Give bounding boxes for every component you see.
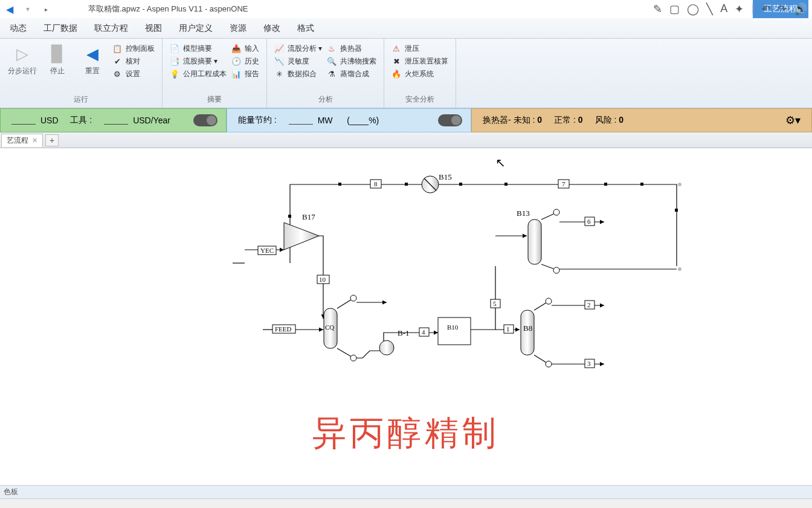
- group-label: 摘要: [170, 93, 259, 106]
- menu-item[interactable]: 格式: [297, 23, 314, 34]
- svg-text:10: 10: [319, 276, 326, 283]
- close-tab-icon[interactable]: ✕: [32, 137, 37, 145]
- svg-text:B15: B15: [439, 172, 452, 181]
- canvas-caption: 异丙醇精制: [312, 411, 500, 457]
- svg-text:8: 8: [374, 180, 378, 187]
- svg-rect-4: [504, 183, 507, 186]
- svg-point-64: [553, 267, 559, 273]
- svg-text:2: 2: [587, 301, 591, 308]
- stop-button[interactable]: ▉停止: [42, 41, 72, 76]
- block-b17[interactable]: B17: [284, 212, 319, 250]
- energy-toggle[interactable]: [438, 114, 462, 126]
- line-icon[interactable]: ╲: [706, 2, 713, 16]
- edit-icon[interactable]: ✎: [653, 2, 662, 16]
- svg-text:3: 3: [587, 360, 591, 367]
- energy-strip: 能量节约 : MW (____%): [227, 108, 471, 132]
- svg-text:4: 4: [422, 328, 425, 336]
- add-tab-button[interactable]: +: [45, 134, 59, 146]
- step-run-button[interactable]: ▷分步运行: [7, 41, 37, 76]
- svg-rect-59: [528, 220, 541, 264]
- undo-icon[interactable]: ↶: [761, 2, 770, 16]
- redo-icon[interactable]: ↷: [778, 2, 787, 16]
- stream-summary-button[interactable]: 📑流股摘要 ▾: [170, 56, 227, 67]
- nav-fwd-icon[interactable]: ▾: [22, 3, 34, 15]
- block-b15[interactable]: B15: [422, 172, 452, 193]
- heat-exchanger-button[interactable]: ♨换热器: [327, 44, 376, 54]
- text-icon[interactable]: A: [720, 2, 727, 16]
- relief-check-button[interactable]: ✖泄压装置核算: [392, 56, 448, 67]
- svg-rect-7: [675, 209, 678, 212]
- report-button[interactable]: 📊报告: [231, 69, 259, 79]
- menu-item[interactable]: 工厂数据: [44, 23, 77, 34]
- doc-tab[interactable]: 艺流程✕: [1, 134, 43, 147]
- group-label: 分析: [274, 93, 376, 106]
- svg-rect-5: [604, 183, 607, 186]
- menu-item[interactable]: 联立方程: [94, 23, 128, 34]
- cost-strip: USD 工具 : USD/Year: [0, 108, 227, 132]
- svg-line-50: [534, 355, 547, 363]
- svg-marker-15: [284, 223, 319, 250]
- sensitivity-button[interactable]: 📉灵敏度: [274, 56, 322, 67]
- reset-button[interactable]: ◀重置: [77, 41, 108, 76]
- svg-text:YEC: YEC: [260, 247, 274, 254]
- check-button[interactable]: ✔核对: [112, 56, 155, 67]
- svg-text:5: 5: [493, 300, 497, 307]
- svg-line-63: [541, 264, 555, 269]
- svg-point-62: [553, 209, 559, 215]
- distill-synth-button[interactable]: ⚗蒸馏合成: [327, 69, 376, 79]
- flowsheet-canvas[interactable]: ↖ 8 7 B15 B17: [0, 148, 812, 493]
- svg-line-61: [541, 213, 555, 220]
- flare-button[interactable]: 🔥火炬系统: [392, 69, 448, 79]
- sound-icon[interactable]: 🔊: [794, 2, 807, 16]
- settings-button[interactable]: ⚙设置: [112, 69, 155, 79]
- svg-text:B8: B8: [523, 324, 532, 333]
- data-fit-button[interactable]: ✳数据拟合: [274, 69, 322, 79]
- svg-rect-0: [288, 215, 291, 218]
- svg-line-48: [534, 302, 547, 310]
- svg-rect-2: [405, 183, 408, 186]
- menu-item[interactable]: 资源: [230, 23, 246, 34]
- menu-item[interactable]: 动态: [10, 23, 27, 34]
- svg-text:FEED: FEED: [275, 325, 292, 333]
- group-label: 安全分析: [392, 93, 448, 106]
- menu-item[interactable]: 修改: [263, 23, 280, 34]
- cost-toggle[interactable]: [193, 114, 218, 126]
- stream-analysis-button[interactable]: 📈流股分析 ▾: [274, 44, 322, 54]
- qat-icon[interactable]: ▸: [40, 3, 52, 15]
- nav-back-icon[interactable]: ◀: [4, 3, 16, 15]
- svg-text:B10: B10: [447, 324, 459, 331]
- block-b13[interactable]: B13: [517, 209, 559, 273]
- utility-cost-button[interactable]: 💡公用工程成本: [170, 69, 227, 79]
- svg-point-30: [350, 295, 356, 301]
- status-strips: USD 工具 : USD/Year 能量节约 : MW (____%) 换热器-…: [0, 108, 812, 132]
- wand-icon[interactable]: ✦: [735, 2, 744, 16]
- history-button[interactable]: 🕑历史: [231, 56, 259, 67]
- palette-bar[interactable]: 色板: [0, 485, 812, 498]
- menu-item[interactable]: 视图: [145, 23, 162, 34]
- hx-settings-icon[interactable]: ⚙▾: [785, 114, 801, 127]
- relief-button[interactable]: ⚠泄压: [392, 44, 448, 54]
- svg-point-70: [678, 267, 682, 271]
- svg-text:7: 7: [562, 180, 566, 187]
- square-icon[interactable]: ▢: [669, 2, 680, 16]
- control-panel-button[interactable]: 📋控制面板: [112, 44, 155, 54]
- svg-point-34: [379, 340, 394, 355]
- block-b8[interactable]: B8: [521, 298, 552, 367]
- azeotrope-button[interactable]: 🔍共沸物搜索: [327, 56, 376, 67]
- svg-point-51: [546, 361, 552, 367]
- input-button[interactable]: 📥输入: [231, 44, 259, 54]
- block-b10[interactable]: B10: [438, 318, 471, 345]
- circle-icon[interactable]: ◯: [687, 2, 699, 16]
- status-bar: [0, 498, 812, 508]
- svg-text:B17: B17: [302, 212, 315, 221]
- svg-line-29: [337, 299, 352, 308]
- svg-text:B13: B13: [517, 209, 530, 218]
- window-title: 萃取精馏.apwz - Aspen Plus V11 - aspenONE: [58, 4, 753, 15]
- svg-rect-6: [640, 183, 643, 186]
- hx-strip: 换热器- 未知 : 0 正常 : 0 风险 : 0 ⚙▾: [471, 108, 812, 132]
- model-summary-button[interactable]: 📄模型摘要: [170, 44, 227, 54]
- block-cq[interactable]: CQ: [324, 295, 356, 361]
- sep: |: [751, 2, 754, 16]
- menu-item[interactable]: 用户定义: [179, 23, 213, 34]
- svg-text:CQ: CQ: [325, 324, 334, 331]
